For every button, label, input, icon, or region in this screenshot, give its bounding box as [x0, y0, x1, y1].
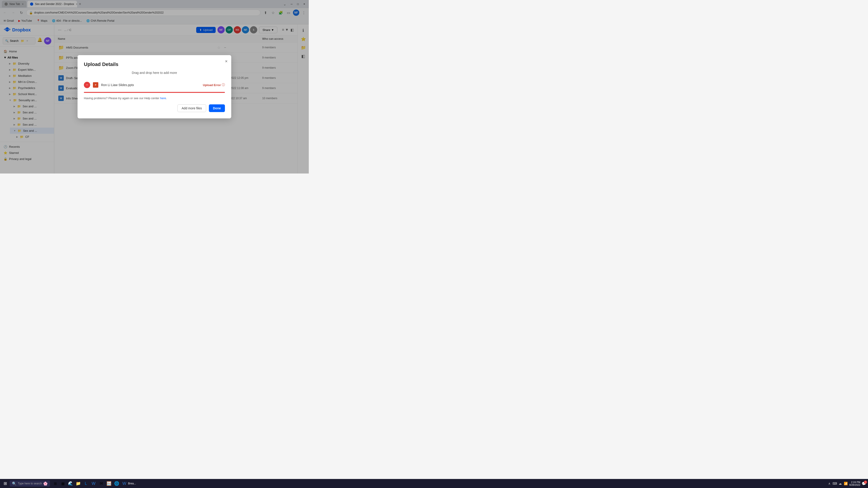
modal-close-button[interactable]: × — [225, 59, 228, 64]
modal-drop-area[interactable]: Drag and drop here to add more — [84, 71, 225, 74]
upload-item-row: − P Ron Li Liaw Slides.pptx Upload Error… — [84, 79, 225, 91]
done-button[interactable]: Done — [209, 104, 225, 112]
modal-actions: Add more files Done — [84, 104, 225, 112]
upload-filename: Ron Li Liaw Slides.pptx — [101, 83, 200, 87]
upload-progress-bar — [84, 92, 225, 93]
add-more-files-button[interactable]: Add more files — [178, 104, 206, 112]
upload-error-group: Upload Error ⓘ — [203, 83, 225, 87]
upload-error-info-icon[interactable]: ⓘ — [222, 83, 225, 87]
modal-overlay: × Upload Details Drag and drop here to a… — [0, 0, 309, 173]
help-text-content: Having problems? Please try again or see… — [84, 96, 160, 100]
modal-help-text: Having problems? Please try again or see… — [84, 96, 225, 100]
upload-modal: × Upload Details Drag and drop here to a… — [78, 55, 231, 119]
modal-title: Upload Details — [84, 61, 225, 67]
upload-error-text: Upload Error — [203, 84, 221, 87]
help-link[interactable]: here — [160, 96, 166, 100]
pptx-icon-label: P — [95, 84, 96, 86]
upload-error-icon: − — [84, 82, 90, 88]
pptx-file-icon: P — [93, 82, 98, 88]
minus-icon: − — [86, 83, 88, 87]
